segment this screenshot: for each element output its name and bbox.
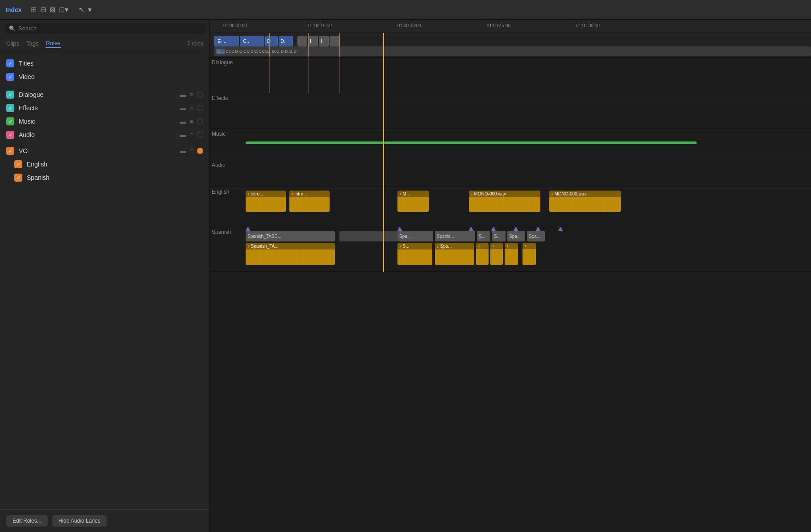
arrow-tool-icon[interactable]: ↖	[79, 5, 84, 14]
timeline: 01:00:00:00 01:00:15:00 01:00:30:00 01:0…	[210, 20, 811, 532]
spanish-audio-3-header: ♪ Spa...	[435, 243, 474, 249]
video-clip-d2[interactable]: D.	[279, 36, 293, 46]
tab-clips[interactable]: Clips	[6, 39, 19, 48]
checkbox-titles[interactable]: ✓	[6, 59, 14, 67]
role-item-vo[interactable]: ✓ VO ▬ ≡	[0, 144, 209, 158]
spanish-clip-2[interactable]: Spa...	[397, 231, 433, 241]
spanish-audio-6[interactable]: ♪	[505, 243, 518, 265]
tab-tags[interactable]: Tags	[26, 39, 38, 48]
spanish-audio-5[interactable]: ♪	[490, 243, 503, 265]
role-actions-vo: ▬ ≡	[180, 147, 203, 154]
dot-vo[interactable]	[197, 148, 203, 154]
spanish-audio-5-header: ♪	[490, 243, 503, 249]
spanish-clip-7[interactable]: Spa...	[527, 231, 545, 241]
role-label-english: English	[27, 161, 203, 168]
layout3-icon[interactable]: ⊠	[50, 5, 55, 14]
checkbox-english[interactable]: ✓	[14, 160, 22, 168]
checkbox-spanish[interactable]: ✓	[14, 174, 22, 182]
layout1-icon[interactable]: ⊞	[31, 5, 37, 14]
arrow-dropdown-icon[interactable]: ▾	[88, 5, 92, 14]
waveform-mono2	[549, 197, 621, 212]
spanish-audio-3[interactable]: ♪ Spa...	[435, 243, 474, 265]
spanish-clip-4[interactable]: S...	[477, 231, 490, 241]
spanish-content[interactable]: Spanish_TASC... Spa... Spanis... S... S.…	[210, 227, 811, 271]
role-item-video[interactable]: ✓ Video	[0, 70, 209, 83]
spanish-audio-7[interactable]: ♪	[523, 243, 536, 265]
layout2-icon[interactable]: ⊟	[40, 5, 46, 14]
effects-content[interactable]	[210, 93, 811, 129]
spanish-clip-1[interactable]: Spanish_TASC...	[246, 231, 335, 241]
spanish-clip-3[interactable]: Spanis...	[435, 231, 475, 241]
checkbox-audio[interactable]: ✓	[6, 131, 14, 139]
hide-audio-lanes-button[interactable]: Hide Audio Lanes	[52, 515, 107, 527]
role-item-english[interactable]: ✓ English	[0, 158, 209, 171]
spanish-clip-5[interactable]: S...	[492, 231, 506, 241]
lanes-icon-effects[interactable]: ≡	[190, 104, 193, 112]
music-content[interactable]	[210, 129, 811, 160]
solo-icon-vo[interactable]: ▬	[180, 147, 186, 154]
search-icon: 🔍	[9, 25, 16, 32]
search-bar[interactable]: 🔍	[4, 23, 205, 33]
english-clip-intro2[interactable]: ♪ intro...	[289, 191, 330, 212]
music-bar-1	[246, 141, 384, 144]
clip-icon-1: ♪	[247, 192, 250, 196]
role-item-spanish[interactable]: ✓ Spanish	[0, 171, 209, 184]
role-item-music[interactable]: ✓ Music ▬ ≡	[0, 115, 209, 128]
layout-dropdown-icon[interactable]: ⊡▾	[59, 5, 68, 14]
tab-roles[interactable]: Roles	[46, 39, 60, 48]
video-clip-i3[interactable]: I	[319, 36, 329, 46]
sp-wave-2	[397, 249, 432, 265]
video-clip-d1[interactable]: D	[265, 36, 278, 46]
solo-icon-music[interactable]: ▬	[180, 118, 186, 125]
spanish-clip-6[interactable]: Spa...	[507, 231, 525, 241]
spanish-audio-2[interactable]: ♪ S...	[397, 243, 432, 265]
checkbox-video[interactable]: ✓	[6, 73, 14, 81]
dot-effects[interactable]	[197, 105, 203, 111]
role-item-effects[interactable]: ✓ Effects ▬ ≡	[0, 101, 209, 115]
spanish-audio-2-header: ♪ S...	[397, 243, 432, 249]
effects-lane: Effects	[210, 93, 811, 129]
spanish-audio-1[interactable]: ♪ Spanish_TA...	[246, 243, 335, 265]
timeline-scroll[interactable]: E-... C... D D. I I I I D... DOD	[210, 33, 811, 532]
mini-label-dod: DOD	[226, 49, 234, 54]
english-clip-mono1[interactable]: ♪ MONO-000.wav	[469, 191, 540, 212]
video-clip-e[interactable]: E-...	[214, 36, 239, 46]
spanish-clip-gap	[339, 231, 397, 241]
checkbox-dialogue[interactable]: ✓	[6, 91, 14, 99]
english-clip-m[interactable]: ♪ M...	[397, 191, 429, 212]
dot-music[interactable]	[197, 118, 203, 125]
solo-icon-audio[interactable]: ▬	[180, 131, 186, 138]
role-item-dialogue[interactable]: ✓ Dialogue ▬ ≡	[0, 88, 209, 101]
checkbox-effects[interactable]: ✓	[6, 104, 14, 112]
search-input[interactable]	[18, 25, 201, 32]
video-clip-i4[interactable]: I	[330, 36, 339, 46]
role-item-audio[interactable]: ✓ Audio ▬ ≡	[0, 128, 209, 141]
solo-icon-dialogue[interactable]: ▬	[180, 91, 186, 98]
checkbox-music[interactable]: ✓	[6, 117, 14, 125]
lanes-icon-vo[interactable]: ≡	[190, 147, 193, 154]
english-clip-intro1[interactable]: ♪ intro...	[246, 191, 286, 212]
marker-2	[397, 227, 402, 231]
checkbox-vo[interactable]: ✓	[6, 147, 14, 155]
audio-content[interactable]	[210, 160, 811, 187]
app-title[interactable]: Index	[5, 6, 22, 13]
lanes-icon-dialogue[interactable]: ≡	[190, 91, 193, 98]
english-content[interactable]: ♪ intro... ♪ intro...	[210, 187, 811, 227]
video-clip-i2[interactable]: I	[308, 36, 318, 46]
dot-audio[interactable]	[197, 132, 203, 138]
solo-icon-effects[interactable]: ▬	[180, 104, 186, 112]
sidebar-footer: Edit Roles... Hide Audio Lanes	[0, 509, 209, 532]
lanes-icon-audio[interactable]: ≡	[190, 131, 193, 138]
marker-4	[491, 227, 496, 231]
english-clip-mono2[interactable]: ♪ MONO-000.wav	[549, 191, 621, 212]
edit-roles-button[interactable]: Edit Roles...	[6, 515, 48, 527]
mini-label-b1: B.	[281, 49, 285, 54]
lanes-icon-music[interactable]: ≡	[190, 118, 193, 125]
spanish-audio-4[interactable]: ♪	[476, 243, 489, 265]
video-clip-i1[interactable]: I	[297, 36, 307, 46]
dialogue-content[interactable]	[210, 58, 811, 93]
role-item-titles[interactable]: ✓ Titles	[0, 57, 209, 70]
video-clip-c[interactable]: C...	[240, 36, 264, 46]
dot-dialogue[interactable]	[197, 91, 203, 98]
sp-label-3: Spa...	[440, 244, 452, 249]
